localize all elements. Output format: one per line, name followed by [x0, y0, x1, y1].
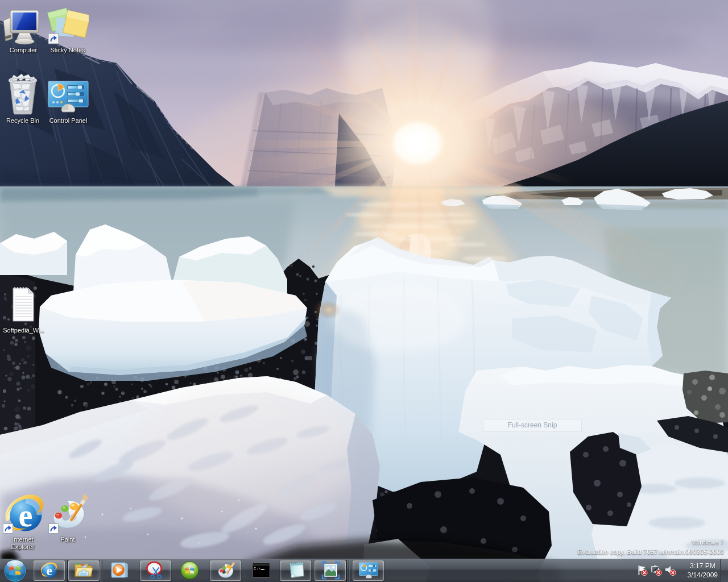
- svg-text:C:\: C:\: [254, 567, 261, 571]
- svg-text:e: e: [19, 498, 33, 533]
